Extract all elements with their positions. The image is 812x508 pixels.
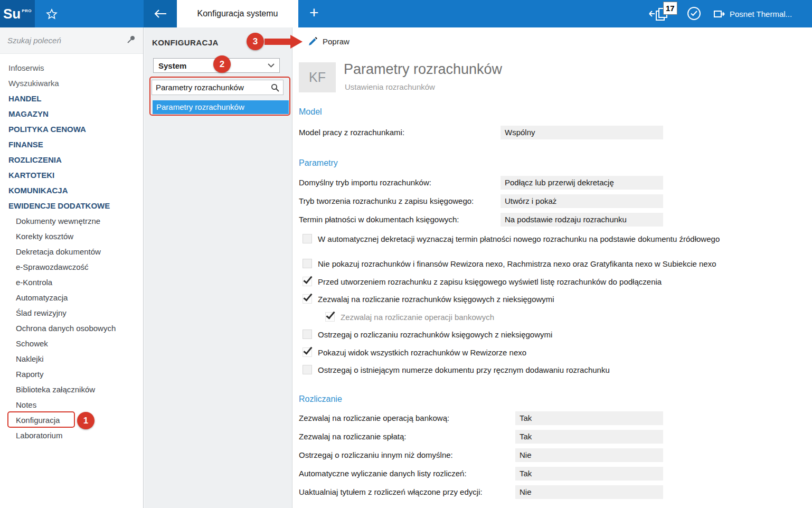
brush-icon: [308, 36, 318, 46]
checkbox-label: Pokazuj widok wszystkich rozrachunków w …: [318, 348, 526, 357]
pin-icon[interactable]: [127, 35, 136, 46]
annotation-step-1: 1: [77, 412, 95, 429]
checkbox-operacje-bankowe[interactable]: [325, 312, 335, 322]
sidebar-item-dekretacja-dokumentow[interactable]: Dekretacja dokumentów: [0, 244, 143, 259]
sidebar-item-magazyn[interactable]: MAGAZYN: [0, 106, 143, 121]
annotation-box-search: [149, 77, 290, 116]
printer-device-label: Posnet Thermal...: [730, 10, 792, 18]
printer-device-button[interactable]: Posnet Thermal...: [714, 0, 792, 27]
sidebar-item-e-sprawozdawczosc[interactable]: e-Sprawozdawczość: [0, 259, 143, 275]
field-automatyczne-wyliczanie[interactable]: Tak: [515, 467, 663, 481]
sidebar-item-schowek[interactable]: Schowek: [0, 336, 143, 351]
checkbox-label: W automatycznej dekretacji wyznaczaj ter…: [318, 234, 720, 243]
check-icon: [303, 291, 312, 301]
status-check-icon[interactable]: [687, 7, 701, 20]
section-title-model: Model: [299, 107, 322, 117]
checkbox-label: Zezwalaj na rozliczanie operacji bankowy…: [341, 313, 494, 322]
checkbox-automatyczna-dekretacja[interactable]: [303, 234, 312, 243]
app-logo-badge: PRO: [22, 8, 32, 13]
field-tryb-importu[interactable]: Podłącz lub przerwij dekretację: [501, 176, 663, 190]
main-toolbar: Popraw: [292, 27, 812, 55]
app-logo-text: Su: [3, 6, 21, 22]
sidebar-item-dokumenty-wewnetrzne[interactable]: Dokumenty wewnętrzne: [0, 213, 143, 229]
sidebar-item-notes[interactable]: Notes: [0, 397, 143, 412]
field-ostrzegaj-inne[interactable]: Nie: [515, 448, 663, 462]
sidebar-item-automatyzacja[interactable]: Automatyzacja: [0, 290, 143, 305]
field-operacja-bankowa[interactable]: Tak: [515, 411, 663, 425]
checkbox-row: Zezwalaj na rozliczanie operacji bankowy…: [325, 311, 494, 323]
sidebar-item-wyszukiwarka[interactable]: Wyszukiwarka: [0, 76, 143, 91]
field-termin-platnosci[interactable]: Na podstawie rodzaju rozrachunku: [501, 213, 663, 227]
new-tab-button[interactable]: +: [309, 4, 319, 22]
sidebar-item-kartoteki[interactable]: KARTOTEKI: [0, 167, 143, 183]
check-icon: [303, 345, 312, 354]
windows-count-badge: 17: [663, 2, 677, 15]
annotation-step-2: 2: [213, 55, 231, 73]
checkbox-label: Ostrzegaj o rozliczaniu rozrachunków ksi…: [318, 330, 552, 339]
sidebar-item-komunikacja[interactable]: KOMUNIKACJA: [0, 183, 143, 198]
category-select-value: System: [158, 61, 186, 70]
sidebar-item-biblioteka-zalacznikow[interactable]: Biblioteka załączników: [0, 382, 143, 397]
page-title: Parametry rozrachunków: [344, 61, 502, 78]
field-label: Model pracy z rozrachunkami:: [299, 126, 404, 139]
command-search-input[interactable]: Szukaj poleceń: [0, 27, 143, 54]
sidebar-item-slad-rewizyjny[interactable]: Ślad rewizyjny: [0, 305, 143, 321]
field-label: Uaktualniaj tytułem z rozliczeń włączone…: [299, 485, 483, 499]
checkbox-pokazuj-widok[interactable]: [303, 347, 312, 357]
sidebar-item-raporty[interactable]: Raporty: [0, 366, 143, 382]
annotation-arrow-head: [290, 35, 303, 49]
checkbox-ostrzegaj-rozliczanie[interactable]: [303, 330, 312, 339]
back-arrow-icon: [153, 9, 168, 18]
field-uaktualniaj-tytulem[interactable]: Nie: [515, 485, 663, 499]
field-splata[interactable]: Tak: [515, 430, 663, 444]
sidebar-item-naklejki[interactable]: Naklejki: [0, 351, 143, 366]
field-label: Automatyczne wyliczanie danych listy roz…: [299, 467, 467, 481]
settings-form: KF Parametry rozrachunków Ustawienia roz…: [292, 55, 812, 508]
checkbox-row: Zezwalaj na rozliczanie rozrachunków ksi…: [303, 293, 554, 305]
sidebar-item-handel[interactable]: HANDEL: [0, 91, 143, 106]
sidebar-item-korekty-kosztow[interactable]: Korekty kosztów: [0, 229, 143, 244]
checkbox-row: Ostrzegaj o rozliczaniu rozrachunków ksi…: [303, 328, 552, 340]
field-label: Domyślny tryb importu rozrachunków:: [299, 176, 431, 190]
checkbox-row: Ostrzegaj o istniejącym numerze dokument…: [303, 364, 610, 375]
edit-button-label: Popraw: [323, 37, 350, 46]
back-button[interactable]: [144, 0, 177, 27]
sidebar-item-rozliczenia[interactable]: ROZLICZENIA: [0, 152, 143, 167]
sidebar-item-laboratorium[interactable]: Laboratorium: [0, 428, 143, 443]
sidebar-item-polityka-cenowa[interactable]: POLITYKA CENOWA: [0, 121, 143, 137]
annotation-arrow: [265, 39, 290, 45]
sidebar-item-ewidencje-dodatkowe[interactable]: EWIDENCJE DODATKOWE: [0, 198, 143, 213]
section-title-parametry: Parametry: [299, 158, 338, 168]
config-panel-title: KONFIGURACJA: [152, 38, 219, 47]
sidebar-item-infoserwis[interactable]: Infoserwis: [0, 60, 143, 76]
checkbox-row: W automatycznej dekretacji wyznaczaj ter…: [303, 233, 720, 244]
check-icon: [326, 309, 335, 319]
checkbox-przed-utworzeniem[interactable]: [303, 277, 312, 286]
chevron-down-icon: [268, 63, 275, 68]
field-tryb-tworzenia[interactable]: Utwórz i pokaż: [501, 194, 663, 208]
sidebar: Szukaj poleceń Infoserwis Wyszukiwarka H…: [0, 27, 144, 508]
field-label: Zezwalaj na rozliczanie spłatą:: [299, 430, 406, 444]
checkbox-label: Nie pokazuj rozrachunków i finansów Rewi…: [318, 259, 716, 268]
field-label: Tryb tworzenia rozrachunku z zapisu księ…: [299, 194, 474, 208]
section-title-rozliczanie: Rozliczanie: [299, 394, 342, 404]
checkbox-row: Pokazuj widok wszystkich rozrachunków w …: [303, 346, 526, 358]
app-logo: Su PRO: [0, 0, 35, 27]
sidebar-menu: Infoserwis Wyszukiwarka HANDEL MAGAZYN P…: [0, 60, 143, 443]
top-bar: Su PRO Konfiguracja systemu + 17 Posnet …: [0, 0, 812, 27]
field-model-pracy[interactable]: Wspólny: [501, 126, 663, 139]
sidebar-item-finanse[interactable]: FINANSE: [0, 137, 143, 152]
tab-konfiguracja-systemu[interactable]: Konfiguracja systemu: [177, 0, 298, 27]
checkbox-nie-pokazuj[interactable]: [303, 259, 312, 268]
checkbox-ostrzegaj-numer[interactable]: [303, 365, 312, 374]
command-search-placeholder: Szukaj poleceń: [7, 36, 61, 45]
edit-button[interactable]: Popraw: [308, 36, 350, 46]
module-icon: KF: [299, 62, 336, 92]
field-label: Termin płatności w dokumentach księgowyc…: [299, 213, 459, 227]
favorites-star-icon[interactable]: [45, 8, 58, 21]
sidebar-item-e-kontrola[interactable]: e-Kontrola: [0, 275, 143, 290]
annotation-step-3: 3: [247, 33, 264, 50]
checkbox-label: Zezwalaj na rozliczanie rozrachunków ksi…: [318, 295, 554, 304]
sidebar-item-ochrona-danych-osobowych[interactable]: Ochrona danych osobowych: [0, 321, 143, 336]
checkbox-zezwalaj-ksiegowe[interactable]: [303, 294, 312, 304]
